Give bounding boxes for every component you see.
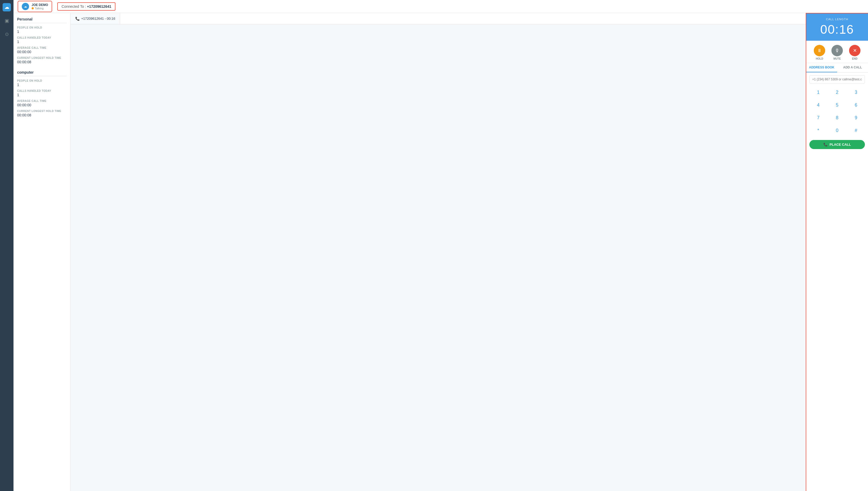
sidebar-section-title-personal: Personal xyxy=(17,17,67,23)
key-9[interactable]: 9 xyxy=(847,112,865,124)
phone-panel: CALL LENGTH 00:16 ⏸ HOLD 🎙 MUTE ✕ END xyxy=(806,13,868,491)
key-star[interactable]: * xyxy=(809,125,827,136)
call-length-header: CALL LENGTH 00:16 xyxy=(806,13,868,41)
dialpad-grid: 1 2 3 4 5 6 7 8 9 * 0 # xyxy=(809,87,865,136)
key-4[interactable]: 4 xyxy=(809,99,827,111)
hold-label: HOLD xyxy=(816,57,823,60)
stat-label-calls-handled-1: CALLS HANDLED TODAY xyxy=(17,36,67,39)
stat-label-avg-call-time-2: AVERAGE CALL TIME xyxy=(17,99,67,103)
agent-logo-icon: ☁ xyxy=(24,5,27,8)
header-bar: ☁ JOE DEMO Talking Connected To : +17209… xyxy=(13,0,868,13)
mute-circle: 🎙 xyxy=(832,45,843,56)
connected-to-display: Connected To : +17209612641 xyxy=(57,2,115,11)
stat-value-hold-time-2: 00:00:08 xyxy=(17,113,67,117)
key-3[interactable]: 3 xyxy=(847,87,865,98)
place-call-phone-icon: 📞 xyxy=(823,143,828,146)
place-call-button[interactable]: 📞 PLACE CALL xyxy=(809,140,865,149)
key-8[interactable]: 8 xyxy=(828,112,846,124)
dialpad-area: 1 2 3 4 5 6 7 8 9 * 0 # 📞 PLACE CALL xyxy=(806,73,868,152)
nav-icon-grid[interactable]: ▣ xyxy=(3,17,11,25)
nav-bar: ☁ ▣ ⊙ xyxy=(0,0,13,491)
tab-add-a-call[interactable]: ADD A CALL xyxy=(837,63,868,72)
main-content: ☁ JOE DEMO Talking Connected To : +17209… xyxy=(13,0,868,491)
sidebar-section-computer: computer PEOPLE ON HOLD 1 CALLS HANDLED … xyxy=(17,70,67,117)
tab-bar: 📞 +17209612641 - 00:16 xyxy=(71,13,806,24)
stat-value-people-on-hold-1: 1 xyxy=(17,30,67,34)
call-controls: ⏸ HOLD 🎙 MUTE ✕ END xyxy=(806,41,868,63)
stat-label-avg-call-time-1: AVERAGE CALL TIME xyxy=(17,47,67,49)
end-circle: ✕ xyxy=(849,45,861,56)
call-tab-label: +17209612641 - 00:16 xyxy=(81,17,115,21)
mute-label: MUTE xyxy=(834,57,841,60)
key-0[interactable]: 0 xyxy=(828,125,846,136)
stat-label-calls-handled-2: CALLS HANDLED TODAY xyxy=(17,89,67,92)
place-call-label: PLACE CALL xyxy=(830,143,851,146)
content-area xyxy=(71,24,806,491)
end-button[interactable]: ✕ END xyxy=(849,45,861,60)
hold-circle: ⏸ xyxy=(814,45,825,56)
agent-status-label: Talking xyxy=(35,7,44,10)
agent-avatar: ☁ xyxy=(22,3,29,10)
call-tab-active[interactable]: 📞 +17209612641 - 00:16 xyxy=(71,13,120,24)
stat-label-people-on-hold-1: PEOPLE ON HOLD xyxy=(17,26,67,29)
stat-label-hold-time-2: CURRENT LONGEST HOLD TIME xyxy=(17,110,67,113)
stat-value-hold-time-1: 00:00:08 xyxy=(17,60,67,64)
sidebar: Personal PEOPLE ON HOLD 1 CALLS HANDLED … xyxy=(13,13,71,491)
stat-value-avg-call-time-1: 00:00:00 xyxy=(17,50,67,54)
nav-logo[interactable]: ☁ xyxy=(3,3,11,11)
tab-address-book[interactable]: ADDRESS BOOK xyxy=(806,63,837,72)
key-2[interactable]: 2 xyxy=(828,87,846,98)
panel-tabs: ADDRESS BOOK ADD A CALL xyxy=(806,63,868,73)
call-length-time: 00:16 xyxy=(810,22,864,36)
agent-status-text: Talking xyxy=(32,7,48,10)
stat-label-hold-time-1: CURRENT LONGEST HOLD TIME xyxy=(17,57,67,59)
connected-label: Connected To : xyxy=(61,4,86,8)
nav-icon-clock[interactable]: ⊙ xyxy=(3,30,11,38)
key-7[interactable]: 7 xyxy=(809,112,827,124)
key-1[interactable]: 1 xyxy=(809,87,827,98)
logo-icon: ☁ xyxy=(4,4,9,10)
dialpad-input[interactable] xyxy=(809,75,865,84)
key-hash[interactable]: # xyxy=(847,125,865,136)
body-layout: Personal PEOPLE ON HOLD 1 CALLS HANDLED … xyxy=(13,13,868,491)
middle-area: 📞 +17209612641 - 00:16 xyxy=(71,13,806,491)
agent-status-indicator[interactable]: ☁ JOE DEMO Talking xyxy=(18,1,52,12)
sidebar-section-personal: Personal PEOPLE ON HOLD 1 CALLS HANDLED … xyxy=(17,17,67,64)
status-dot xyxy=(32,7,34,9)
key-5[interactable]: 5 xyxy=(828,99,846,111)
mute-button[interactable]: 🎙 MUTE xyxy=(832,45,843,60)
stat-value-calls-handled-2: 1 xyxy=(17,93,67,97)
connected-number: +17209612641 xyxy=(87,4,111,8)
hold-button[interactable]: ⏸ HOLD xyxy=(814,45,825,60)
end-label: END xyxy=(852,57,857,60)
stat-value-calls-handled-1: 1 xyxy=(17,40,67,44)
stat-label-people-on-hold-2: PEOPLE ON HOLD xyxy=(17,79,67,82)
call-tab-phone-icon: 📞 xyxy=(75,17,80,21)
agent-name: JOE DEMO xyxy=(32,3,48,7)
sidebar-section-title-computer: computer xyxy=(17,70,67,76)
stat-value-avg-call-time-2: 00:00:00 xyxy=(17,103,67,107)
call-length-label: CALL LENGTH xyxy=(810,18,864,21)
agent-details: JOE DEMO Talking xyxy=(32,3,48,10)
stat-value-people-on-hold-2: 1 xyxy=(17,83,67,87)
key-6[interactable]: 6 xyxy=(847,99,865,111)
